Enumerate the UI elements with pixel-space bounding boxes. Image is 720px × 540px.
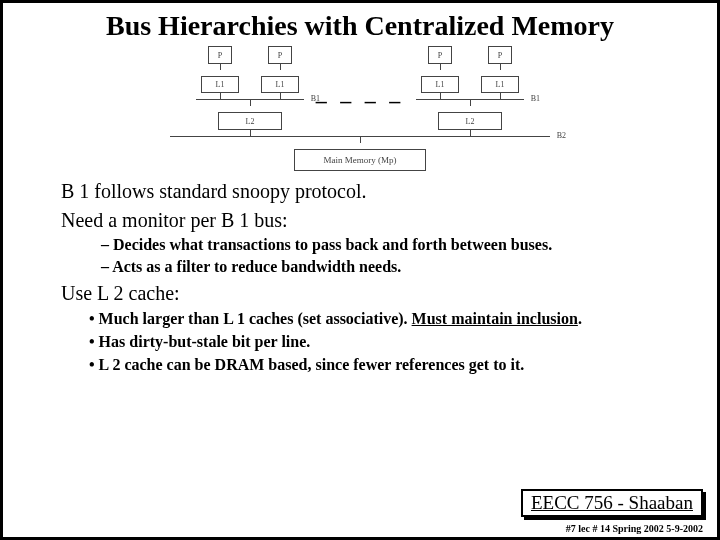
bullet-level2: L 2 cache can be DRAM based, since fewer… [89,355,697,375]
hierarchy-diagram: P L1 P L1 B1 L2 [150,46,570,171]
bullet-level2: Has dirty-but-stale bit per line. [89,332,697,352]
processor-box: P [428,46,452,64]
bullet-level2: Much larger than L 1 caches (set associa… [89,309,697,329]
slide: Bus Hierarchies with Centralized Memory … [0,0,720,540]
bullet-level1: Use L 2 cache: [61,281,697,306]
processor-box: P [268,46,292,64]
slide-title: Bus Hierarchies with Centralized Memory [23,10,697,42]
main-memory-box: Main Memory (Mp) [294,149,426,171]
bullet-level1: Need a monitor per B 1 bus: [61,208,697,233]
l1-cache-box: L1 [261,76,299,93]
ellipsis-icon: – – – – [316,88,405,114]
underlined-text: Must maintain inclusion [412,310,578,327]
bullet-level1: B 1 follows standard snoopy protocol. [61,179,697,204]
l1-cache-box: L1 [481,76,519,93]
slide-meta: #7 lec # 14 Spring 2002 5-9-2002 [566,523,703,534]
slide-body: B 1 follows standard snoopy protocol. Ne… [23,179,697,375]
b2-bus-line: B2 [170,136,550,137]
b1-bus-line: B1 [196,99,304,100]
course-footer-box: EECC 756 - Shaaban [521,489,703,517]
l1-cache-box: L1 [201,76,239,93]
bullet-level2: Acts as a filter to reduce bandwidth nee… [101,257,697,277]
b1-bus-line: B1 [416,99,524,100]
l2-cache-box: L2 [438,112,502,130]
l2-cache-box: L2 [218,112,282,130]
b1-bus-label: B1 [531,94,540,103]
text: Much larger than L 1 caches (set associa… [99,310,412,327]
processor-box: P [488,46,512,64]
l1-cache-box: L1 [421,76,459,93]
processor-box: P [208,46,232,64]
b2-bus-label: B2 [557,131,566,140]
bullet-level2: Decides what transactions to pass back a… [101,235,697,255]
